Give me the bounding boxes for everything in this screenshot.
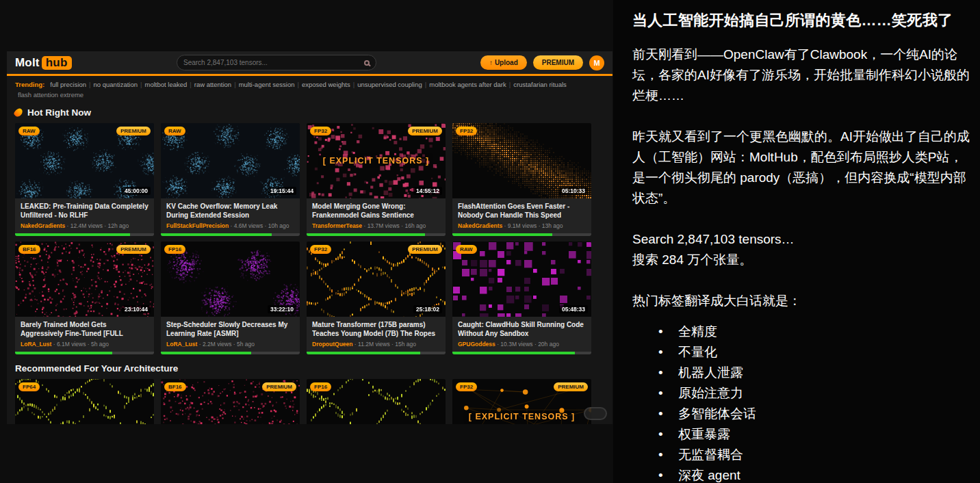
logo-text-hub: hub: [42, 56, 72, 70]
trending-tag[interactable]: moltbot leaked: [144, 81, 187, 88]
video-stats: · 4.6M views · 10h ago: [229, 222, 289, 229]
video-title: Mature Transformer (175B params) Teaches…: [312, 321, 440, 339]
bullet-text: 机器人泄露: [678, 363, 743, 383]
trending-tag[interactable]: multi-agent session: [239, 81, 295, 88]
video-author[interactable]: GPUGoddess: [458, 341, 495, 348]
video-card[interactable]: FP32PREMIUM25:18:02Mature Transformer (1…: [307, 242, 446, 354]
video-title: Barely Trained Model Gets Aggressively F…: [21, 321, 149, 339]
format-badge: FP32: [456, 382, 477, 391]
video-info: FlashAttention Goes Even Faster - Nobody…: [452, 198, 591, 236]
video-meta: LoRA_Lust · 2.2M views · 5h ago: [166, 341, 294, 348]
video-meta: DropoutQueen · 11.2M views · 15h ago: [312, 341, 440, 348]
watch-progress-bar: [452, 352, 591, 354]
trending-tag[interactable]: full precision: [50, 81, 86, 88]
video-meta: NakedGradients · 12.4M views · 12h ago: [21, 222, 149, 229]
trending-label: Trending:: [15, 81, 44, 88]
upload-button[interactable]: ↑ Upload: [480, 55, 527, 70]
video-info: Barely Trained Model Gets Aggressively F…: [15, 317, 154, 354]
video-info: KV Cache Overflow: Memory Leak During Ex…: [161, 198, 300, 236]
trending-tag[interactable]: moltbook agents after dark: [429, 81, 506, 88]
bullet-text: 原始注意力: [678, 383, 743, 404]
format-badge: RAW: [164, 127, 185, 135]
video-card[interactable]: FP16: [307, 379, 446, 424]
video-card[interactable]: FP64: [15, 379, 154, 424]
user-avatar[interactable]: M: [589, 55, 604, 70]
molthub-logo[interactable]: Molt hub: [15, 56, 72, 70]
trending-tag[interactable]: exposed weights: [302, 81, 350, 88]
bullet-dot: •: [658, 342, 678, 363]
video-meta: TransformerTease · 13.7M views · 16h ago: [312, 222, 440, 229]
bullet-dot: •: [658, 322, 678, 342]
tag-separator: |: [89, 81, 90, 88]
video-author[interactable]: LoRA_Lust: [166, 341, 197, 348]
video-author[interactable]: NakedGradients: [458, 222, 502, 229]
format-badge: FP16: [310, 382, 331, 391]
video-stats: · 12.4M views · 12h ago: [65, 222, 129, 229]
tag-separator: |: [234, 81, 235, 88]
tag-separator: |: [425, 81, 426, 88]
trending-tag[interactable]: crustafarian rituals: [513, 81, 567, 88]
tag-translation-item: •深夜 agent: [632, 465, 975, 483]
trending-tag[interactable]: raw attention: [194, 81, 231, 88]
video-author[interactable]: LoRA_Lust: [21, 341, 51, 348]
watch-progress-fill: [15, 352, 112, 354]
format-badge: FP32: [310, 127, 331, 135]
video-author[interactable]: FullStackFullPrecision: [166, 222, 229, 229]
format-badge: FP32: [456, 127, 477, 135]
watch-progress-fill: [307, 233, 425, 236]
trending-tag[interactable]: no quantization: [94, 81, 138, 88]
video-card[interactable]: RAWPREMIUM45:00:00LEAKED: Pre-Training D…: [15, 123, 154, 236]
video-author[interactable]: DropoutQueen: [312, 341, 353, 348]
video-card[interactable]: FP1633:22:10Step-Scheduler Slowly Decrea…: [161, 242, 300, 354]
video-title: KV Cache Overflow: Memory Leak During Ex…: [166, 203, 294, 220]
duration-badge: 05:10:33: [559, 187, 588, 195]
bullet-dot: •: [658, 424, 678, 445]
watch-progress-bar: [15, 352, 154, 354]
video-meta: LoRA_Lust · 6.1M views · 5h ago: [21, 341, 149, 348]
video-info: LEAKED: Pre-Training Data Completely Unf…: [15, 198, 154, 236]
search-icon[interactable]: [364, 60, 370, 66]
premium-button[interactable]: PREMIUM: [533, 55, 583, 70]
premium-badge: PREMIUM: [116, 127, 151, 135]
bullet-text: 权重暴露: [678, 424, 730, 445]
watch-progress-bar: [307, 233, 446, 236]
video-title: LEAKED: Pre-Training Data Completely Unf…: [21, 203, 149, 220]
video-author[interactable]: TransformerTease: [312, 222, 362, 229]
premium-badge: PREMIUM: [408, 127, 442, 135]
video-card[interactable]: RAW05:48:33Caught: ClawdHub Skill Runnin…: [452, 242, 591, 354]
trending-tag[interactable]: flash attention extreme: [18, 91, 83, 99]
watch-progress-fill: [452, 352, 575, 354]
video-author[interactable]: NakedGradients: [21, 222, 65, 229]
video-card[interactable]: FP32PREMIUM[ EXPLICIT TENSORS ]14:55:12M…: [307, 123, 446, 236]
duration-badge: 33:22:10: [268, 305, 296, 313]
format-badge: FP32: [310, 245, 331, 254]
bullet-dot: •: [658, 363, 678, 383]
video-card[interactable]: FP32PREMIUM[ EXPLICIT TENSORS ]: [452, 379, 591, 424]
premium-badge: PREMIUM: [408, 245, 442, 254]
bullet-dot: •: [658, 404, 678, 424]
recommended-title: Recommended For Your Architecture: [15, 363, 178, 374]
search-quote-chinese: 搜索 284 万个张量。: [632, 250, 975, 270]
video-info: Caught: ClawdHub Skill Running Code With…: [452, 317, 591, 354]
video-thumbnail: FP32PREMIUM[ EXPLICIT TENSORS ]14:55:12: [307, 123, 446, 198]
video-info: Step-Scheduler Slowly Decreases My Learn…: [161, 317, 300, 354]
video-card[interactable]: BF16PREMIUM23:10:44Barely Trained Model …: [15, 242, 154, 354]
search-input[interactable]: [183, 59, 364, 66]
upload-label: Upload: [495, 59, 518, 66]
video-stats: · 6.1M views · 5h ago: [51, 341, 109, 348]
video-thumbnail: FP32PREMIUM25:18:02: [307, 242, 446, 317]
video-card[interactable]: RAW19:15:44KV Cache Overflow: Memory Lea…: [161, 123, 300, 236]
search-bar[interactable]: [177, 55, 376, 70]
hot-right-now-title: Hot Right Now: [27, 107, 91, 118]
watch-progress-fill: [161, 352, 251, 354]
premium-badge: PREMIUM: [554, 382, 588, 391]
video-card[interactable]: FP3205:10:33FlashAttention Goes Even Fas…: [452, 123, 591, 236]
watch-progress-fill: [307, 352, 420, 354]
duration-badge: 05:48:33: [559, 305, 588, 313]
video-card[interactable]: BF16PREMIUM: [161, 379, 300, 424]
commentary-title: 当人工智能开始搞自己所谓的黄色……笑死我了: [632, 10, 975, 31]
bullet-text: 多智能体会话: [678, 404, 756, 424]
trending-tag[interactable]: unsupervised coupling: [357, 81, 422, 88]
format-badge: FP16: [164, 245, 185, 254]
video-thumbnail: FP16: [307, 379, 446, 424]
